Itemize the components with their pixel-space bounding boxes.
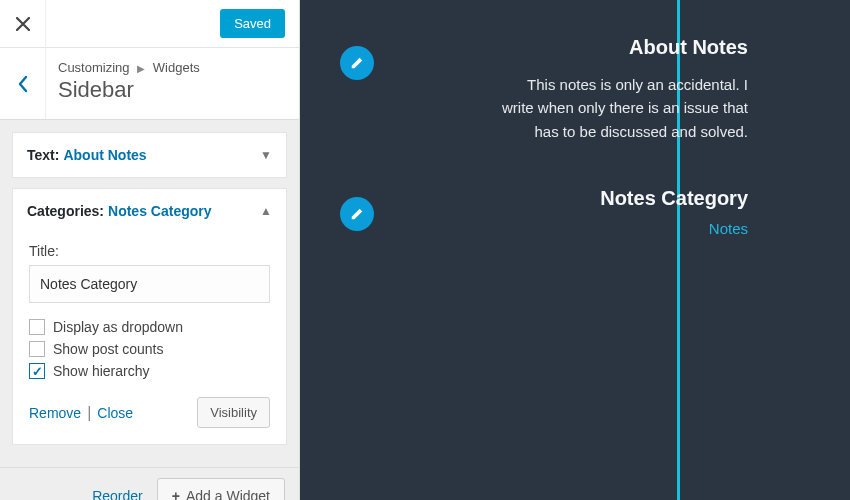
action-sep: | (87, 404, 91, 422)
widget-list: Text: About Notes ▼ Categories: Notes Ca… (0, 120, 299, 467)
checkbox-hierarchy[interactable] (29, 363, 45, 379)
checkbox-counts-label: Show post counts (53, 341, 164, 357)
plus-icon: + (172, 488, 180, 500)
widget-footer: Reorder + Add a Widget (0, 467, 299, 500)
widget-categories: Categories: Notes Category ▲ Title: Disp… (12, 188, 287, 445)
preview-category-link[interactable]: Notes (340, 220, 810, 237)
breadcrumb-parent: Customizing (58, 60, 130, 75)
widget-name-label: Notes Category (108, 203, 211, 219)
add-widget-label: Add a Widget (186, 488, 270, 500)
widget-name-label: About Notes (63, 147, 146, 163)
checkbox-hierarchy-row[interactable]: Show hierarchy (29, 363, 270, 379)
pencil-icon (350, 207, 364, 221)
close-link[interactable]: Close (97, 405, 133, 421)
edit-widget-about-button[interactable] (340, 46, 374, 80)
saved-button[interactable]: Saved (220, 9, 285, 38)
breadcrumb-sep-icon: ▶ (137, 63, 145, 74)
breadcrumb: Customizing ▶ Widgets (58, 60, 200, 75)
preview-pane: About Notes This notes is only an accide… (300, 0, 850, 500)
close-icon (16, 17, 30, 31)
checkbox-counts[interactable] (29, 341, 45, 357)
add-widget-button[interactable]: + Add a Widget (157, 478, 285, 500)
preview-about-title: About Notes (340, 36, 810, 59)
chevron-up-icon: ▲ (260, 204, 272, 218)
widget-type-label: Categories: (27, 203, 104, 219)
section-title: Sidebar (58, 77, 200, 103)
back-button[interactable] (0, 48, 46, 119)
preview-category-title: Notes Category (340, 187, 810, 210)
checkbox-dropdown-row[interactable]: Display as dropdown (29, 319, 270, 335)
panel-header: Customizing ▶ Widgets Sidebar (0, 48, 299, 120)
preview-widget-about: About Notes This notes is only an accide… (340, 36, 810, 143)
checkbox-counts-row[interactable]: Show post counts (29, 341, 270, 357)
customizer-panel: Saved Customizing ▶ Widgets Sidebar Text… (0, 0, 300, 500)
chevron-left-icon (17, 75, 29, 93)
widget-categories-body: Title: Display as dropdown Show post cou… (13, 243, 286, 444)
edit-widget-category-button[interactable] (340, 197, 374, 231)
panel-topbar: Saved (0, 0, 299, 48)
widget-categories-header[interactable]: Categories: Notes Category ▲ (13, 189, 286, 233)
pencil-icon (350, 56, 364, 70)
checkbox-hierarchy-label: Show hierarchy (53, 363, 150, 379)
preview-widget-category: Notes Category Notes (340, 187, 810, 237)
widget-text-header[interactable]: Text: About Notes ▼ (13, 133, 286, 177)
breadcrumb-child: Widgets (153, 60, 200, 75)
remove-link[interactable]: Remove (29, 405, 81, 421)
checkbox-dropdown-label: Display as dropdown (53, 319, 183, 335)
preview-about-body: This notes is only an accidental. I writ… (500, 73, 810, 143)
widget-text: Text: About Notes ▼ (12, 132, 287, 178)
widget-type-label: Text: (27, 147, 59, 163)
chevron-down-icon: ▼ (260, 148, 272, 162)
checkbox-dropdown[interactable] (29, 319, 45, 335)
title-input[interactable] (29, 265, 270, 303)
title-field-label: Title: (29, 243, 270, 259)
visibility-button[interactable]: Visibility (197, 397, 270, 428)
reorder-link[interactable]: Reorder (92, 488, 143, 500)
close-button[interactable] (0, 0, 46, 48)
